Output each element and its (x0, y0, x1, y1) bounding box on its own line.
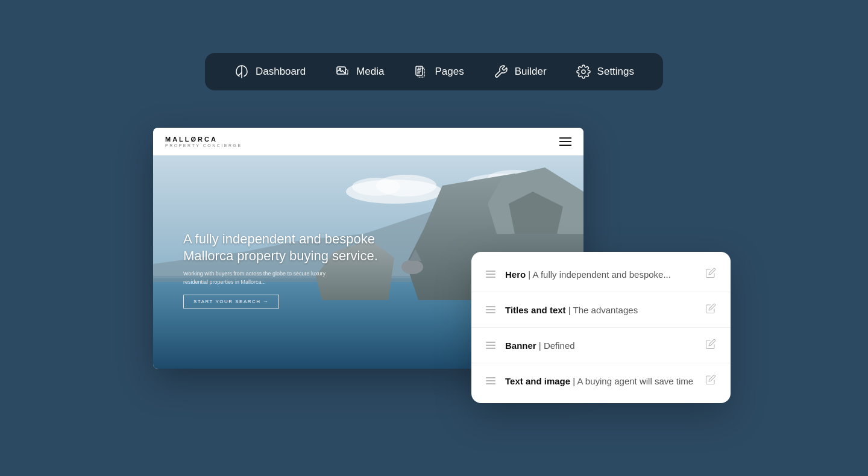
preview-menu-icon (559, 137, 571, 146)
section-label-text-image: Text and image | A buying agent will sav… (505, 376, 696, 386)
pages-icon (413, 64, 429, 80)
image-icon (335, 64, 350, 80)
tools-icon (493, 64, 509, 80)
drag-handle-hero (486, 271, 495, 278)
drag-handle-banner (486, 342, 495, 349)
drag-handle-text-image (486, 377, 495, 384)
nav-settings[interactable]: Settings (576, 64, 634, 80)
nav-media-label: Media (356, 66, 384, 78)
leaf-icon (234, 64, 250, 80)
nav-bar: Dashboard Media Pages (205, 53, 663, 90)
edit-icon-titles-text[interactable] (705, 303, 716, 316)
drag-handle-titles-text (486, 306, 495, 313)
edit-icon-hero[interactable] (705, 268, 716, 281)
nav-builder[interactable]: Builder (493, 64, 547, 80)
preview-header: MALLØRCA PROPERTY CONCIERGE (153, 128, 583, 155)
section-label-banner: Banner | Defined (505, 340, 696, 351)
nav-media[interactable]: Media (335, 64, 384, 80)
hero-subtitle: Working with buyers from across the glob… (183, 270, 328, 286)
section-label-hero: Hero | A fully independent and bespoke..… (505, 269, 696, 280)
nav-builder-label: Builder (515, 66, 547, 78)
section-item-hero[interactable]: Hero | A fully independent and bespoke..… (471, 257, 731, 292)
sections-panel: Hero | A fully independent and bespoke..… (471, 252, 731, 403)
hero-title: A fully independent and bespoke Mallorca… (183, 231, 388, 265)
svg-point-22 (401, 260, 423, 274)
preview-logo: MALLØRCA PROPERTY CONCIERGE (165, 136, 242, 148)
nav-pages[interactable]: Pages (413, 64, 464, 80)
section-item-banner[interactable]: Banner | Defined (471, 328, 731, 363)
nav-settings-label: Settings (597, 66, 634, 78)
svg-point-8 (582, 70, 585, 74)
section-label-titles-text: Titles and text | The advantages (505, 305, 696, 315)
gear-icon (576, 64, 591, 80)
nav-pages-label: Pages (435, 66, 464, 78)
section-item-titles-text[interactable]: Titles and text | The advantages (471, 292, 731, 328)
edit-icon-text-image[interactable] (705, 374, 716, 387)
nav-dashboard[interactable]: Dashboard (234, 64, 306, 80)
section-item-text-image[interactable]: Text and image | A buying agent will sav… (471, 363, 731, 398)
hero-cta-button[interactable]: START YOUR SEARCH → (183, 295, 279, 308)
edit-icon-banner[interactable] (705, 339, 716, 352)
hero-text: A fully independent and bespoke Mallorca… (183, 231, 388, 308)
nav-dashboard-label: Dashboard (256, 66, 306, 78)
svg-point-12 (352, 178, 400, 196)
